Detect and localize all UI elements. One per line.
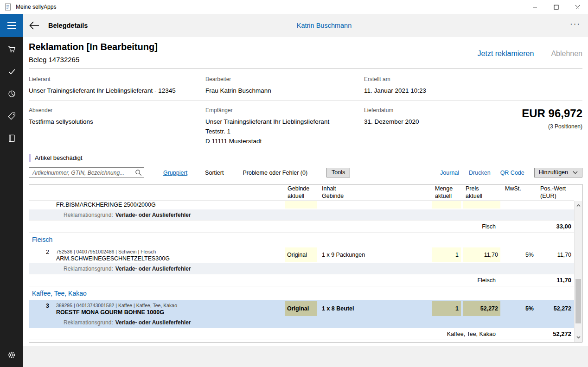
close-button[interactable] <box>567 0 588 14</box>
scrollbar-thumb[interactable] <box>575 279 581 323</box>
gruppiert-toggle[interactable]: Gruppiert <box>163 170 187 176</box>
app-icon <box>5 3 12 11</box>
group-subtotal-row: Fleisch 11,70 <box>29 274 574 286</box>
maximize-button[interactable] <box>545 0 567 14</box>
window-title: Meine sellyApps <box>16 4 524 10</box>
absender-field: Absender Testfirma sellysolutions <box>29 107 205 146</box>
inhalt-cell: 1 x 8 Beutel <box>318 300 431 317</box>
col-gebinde: Gebinde aktuell <box>284 184 318 201</box>
user-name[interactable]: Katrin Buschmann <box>297 22 352 29</box>
sidebar-item-catalog[interactable] <box>0 127 23 149</box>
document-total: EUR 96,972 (3 Positionen) <box>485 107 582 146</box>
sidebar-item-offers[interactable] <box>0 105 23 127</box>
col-preis: Preis aktuell <box>462 184 501 201</box>
bottom-strip <box>23 346 588 367</box>
journal-link[interactable]: Journal <box>440 170 459 176</box>
page-title: Reklamation [In Bearbeitung] <box>29 42 158 52</box>
close-icon <box>575 5 580 10</box>
back-arrow-icon <box>29 21 39 30</box>
table-row-selected[interactable]: 3 369295 | 04013743001582 | Kaffee | Kaf… <box>29 300 574 317</box>
check-icon <box>7 67 16 76</box>
page-header-title: Belegdetails <box>48 22 88 29</box>
sidebar-item-approvals[interactable] <box>0 60 23 82</box>
gebinde-cell[interactable]: Original <box>285 247 317 262</box>
gear-icon <box>7 350 16 360</box>
wert-cell: 52,272 <box>537 300 574 317</box>
complaint-reason-row: Reklamationsgrund: Verlade- oder Auslief… <box>29 263 574 274</box>
probleme-filter[interactable]: Probleme oder Fehler (0) <box>243 170 307 176</box>
preis-cell[interactable] <box>463 201 500 209</box>
article-name: FR.BISMARCKHERINGE 2500/2000G <box>56 201 284 209</box>
tools-button[interactable]: Tools <box>326 168 350 177</box>
preis-cell[interactable]: 11,70 <box>463 247 500 262</box>
status-note: Artikel beschädigt <box>29 154 582 162</box>
price-tag-icon <box>7 112 16 120</box>
menge-cell[interactable] <box>432 201 461 209</box>
col-wert: Pos.-Wert (EUR) <box>537 184 574 201</box>
article-meta: 752536 | 04007951002486 | Schwein | Flei… <box>56 248 284 255</box>
complaint-reason-row: Reklamationsgrund: Verlade- oder Auslief… <box>29 317 574 328</box>
items-table: Gebinde aktuell Inhalt Gebinde Menge akt… <box>29 184 582 342</box>
total-amount: EUR 96,972 <box>485 107 582 120</box>
gebinde-cell[interactable] <box>285 201 317 209</box>
search-icon[interactable] <box>135 169 142 178</box>
group-subtotal-row: Kaffee, Tee, Kakao 52,272 <box>29 328 574 340</box>
ablehnen-button[interactable]: Ablehnen <box>551 50 582 58</box>
col-menge: Menge aktuell <box>431 184 462 201</box>
table-row[interactable]: FR.BISMARCKHERINGE 2500/2000G <box>29 201 574 209</box>
sidebar-item-statistics[interactable] <box>0 82 23 105</box>
mwst-cell: 5% <box>501 300 537 317</box>
row-number: 2 <box>29 247 52 263</box>
scroll-down-icon[interactable] <box>575 334 582 341</box>
sidebar-item-cart[interactable] <box>0 38 23 60</box>
col-mwst: MwSt. <box>501 184 537 201</box>
titlebar: Meine sellyApps <box>0 0 588 14</box>
col-inhalt: Inhalt Gebinde <box>318 184 431 201</box>
app-window: Meine sellyApps <box>0 0 588 367</box>
article-meta: 369295 | 04013743001582 | Kaffee | Kaffe… <box>56 302 284 309</box>
erstellt-am-field: Erstellt am 11. Januar 2021 10:23 <box>364 76 485 95</box>
scroll-up-icon[interactable] <box>575 202 582 209</box>
more-options-icon[interactable]: ··· <box>570 22 581 29</box>
lieferdatum-field: Lieferdatum 31. Dezember 2020 <box>364 107 485 146</box>
position-count: (3 Positionen) <box>485 123 582 130</box>
search-input[interactable] <box>29 167 144 178</box>
beleg-number: Beleg 14732265 <box>29 56 158 63</box>
wert-cell: 11,70 <box>537 247 574 263</box>
row-number: 3 <box>29 300 52 317</box>
mwst-cell: 5% <box>501 247 537 263</box>
cart-icon <box>7 45 16 54</box>
empfaenger-field: Empfänger Unser Trainingslieferant Ihr L… <box>205 107 364 146</box>
hinzufuegen-button[interactable]: Hinzufügen <box>534 168 582 177</box>
sidebar-item-settings[interactable] <box>0 344 23 366</box>
lieferant-field: Lieferant Unser Trainingslieferant Ihr L… <box>29 76 205 95</box>
gebinde-cell[interactable]: Original <box>285 301 317 316</box>
sidebar <box>0 14 23 367</box>
menu-button[interactable] <box>0 14 23 37</box>
preis-cell[interactable]: 52,272 <box>463 301 500 316</box>
qr-code-link[interactable]: QR Code <box>500 170 524 176</box>
pie-chart-icon <box>7 89 16 98</box>
bearbeiter-field: Bearbeiter Frau Katrin Buschmann <box>205 76 364 95</box>
maximize-icon <box>554 5 559 10</box>
sortiert-toggle[interactable]: Sortiert <box>205 170 224 176</box>
article-name: ROESTF MONA GOURM BOHNE 1000G <box>56 309 284 316</box>
back-button[interactable] <box>29 20 39 31</box>
appbar: Belegdetails Katrin Buschmann ··· <box>23 14 588 37</box>
group-header-row: Fleisch <box>29 233 574 247</box>
note-marker <box>29 154 31 162</box>
inhalt-cell: 1 x 9 Packungen <box>318 247 431 263</box>
menge-cell[interactable]: 1 <box>432 247 461 262</box>
menge-cell[interactable]: 1 <box>432 301 461 316</box>
jetzt-reklamieren-button[interactable]: Jetzt reklamieren <box>478 50 534 58</box>
group-subtotal-row: Fisch 33,00 <box>29 221 574 233</box>
minimize-button[interactable] <box>524 0 545 14</box>
table-scrollbar[interactable] <box>574 201 582 342</box>
drucken-link[interactable]: Drucken <box>469 170 491 176</box>
group-header-row: Kaffee, Tee, Kakao <box>29 286 574 300</box>
table-row[interactable]: 2 752536 | 04007951002486 | Schwein | Fl… <box>29 247 574 263</box>
book-icon <box>7 134 16 143</box>
article-name: ARM.SCHWEINEGESCHNETZELTES300G <box>56 255 284 262</box>
minimize-icon <box>532 5 537 10</box>
table-header-row: Gebinde aktuell Inhalt Gebinde Menge akt… <box>29 184 574 201</box>
